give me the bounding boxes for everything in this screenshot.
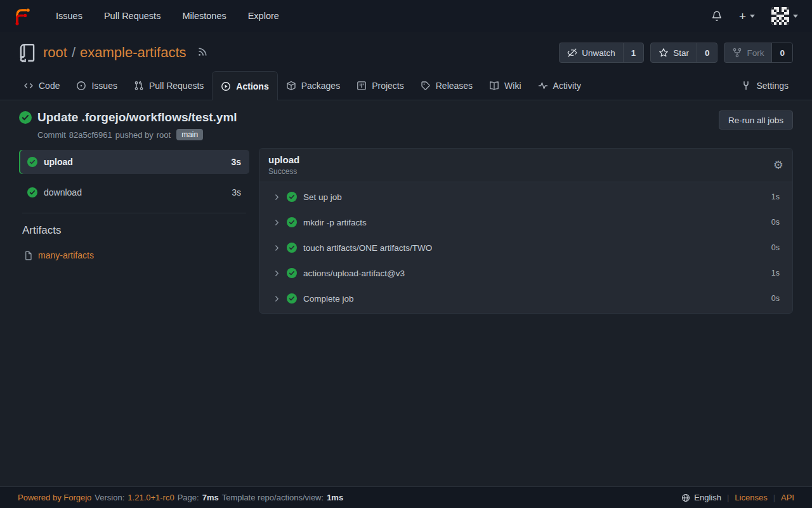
step-row-upload-artifact[interactable]: actions/upload-artifact@v3 1s [259,260,792,286]
stars-count[interactable]: 0 [697,43,717,62]
nav-link-pull-requests[interactable]: Pull Requests [93,0,171,32]
globe-icon [681,493,690,502]
step-duration: 0s [771,243,780,252]
repo-icon [19,43,36,62]
fork-label: Fork [747,48,764,58]
unwatch-label: Unwatch [582,48,615,58]
licenses-link[interactable]: Licenses [735,493,767,502]
project-board-icon [357,81,367,91]
unwatch-button[interactable]: Unwatch [560,43,623,62]
tab-code[interactable]: Code [15,71,68,100]
watch-button-group: Unwatch 1 [559,43,644,63]
rerun-all-jobs-button[interactable]: Re-run all jobs [719,110,793,130]
chevron-right-icon [273,295,280,302]
forgejo-logo-icon[interactable] [14,6,31,25]
issue-circle-icon [76,81,86,91]
rss-feed-icon[interactable] [197,47,207,57]
star-button[interactable]: Star [651,43,697,62]
fork-icon [732,48,742,58]
tab-issues[interactable]: Issues [68,71,125,100]
create-new-dropdown[interactable]: + [739,10,755,22]
nav-link-milestones[interactable]: Milestones [171,0,237,32]
tab-actions[interactable]: Actions [212,71,277,100]
tab-activity[interactable]: Activity [530,71,589,100]
commit-author-link[interactable]: root [157,130,171,140]
pull-request-icon [134,81,144,91]
success-check-icon [287,293,297,304]
pushed-by-label: pushed by [115,130,154,140]
breadcrumb-separator: / [72,44,75,61]
divider: | [773,493,775,502]
tab-releases[interactable]: Releases [412,71,481,100]
success-check-icon [287,268,297,278]
tab-packages[interactable]: Packages [278,71,348,100]
step-name: Complete job [303,294,354,304]
tab-projects[interactable]: Projects [348,71,412,100]
tab-settings[interactable]: Settings [733,71,797,100]
tag-icon [421,81,431,91]
powered-by-link[interactable]: Powered by Forgejo [18,493,91,502]
version-link[interactable]: 1.21.0+1-rc0 [128,493,174,502]
api-link[interactable]: API [781,493,794,502]
tab-label: Packages [301,81,340,91]
tab-label: Actions [236,81,268,91]
step-duration: 0s [771,218,780,227]
repo-name-link[interactable]: example-artifacts [80,44,187,61]
step-name: touch artifacts/ONE artifacts/TWO [303,243,432,253]
job-name: upload [44,157,73,167]
success-check-icon [27,157,37,167]
tab-label: Releases [436,81,473,91]
tab-label: Wiki [504,81,521,91]
chevron-down-icon [750,15,755,18]
step-row-complete[interactable]: Complete job 0s [259,286,792,311]
step-duration: 1s [771,269,780,277]
fork-button[interactable]: Fork [724,43,771,62]
job-detail-header: upload Success ⚙ [259,149,792,182]
repo-header: root / example-artifacts [0,32,812,100]
step-row-mkdir[interactable]: mkdir -p artifacts 0s [259,210,792,235]
watchers-count[interactable]: 1 [623,43,644,62]
eye-slash-icon [567,48,577,58]
tab-pull-requests[interactable]: Pull Requests [126,71,212,100]
gear-icon[interactable]: ⚙ [773,159,783,171]
language-label: English [694,493,721,502]
job-detail-panel: upload Success ⚙ Set up job 1s [259,148,793,314]
step-duration: 0s [771,294,780,303]
job-detail-name: upload [268,154,299,165]
commit-sha-link[interactable]: 82a5cf6961 [69,130,112,140]
run-title-block: Update .forgejo/workflows/test.yml Commi… [19,110,237,140]
artifact-item: many-artifacts [23,250,249,260]
job-item-upload[interactable]: upload 3s [19,150,249,174]
nav-link-explore[interactable]: Explore [237,0,290,32]
repo-owner-link[interactable]: root [43,44,67,61]
branch-badge[interactable]: main [176,129,203,140]
code-icon [23,81,34,91]
notifications-bell-icon[interactable] [711,10,723,22]
success-check-icon [19,111,32,124]
forks-count[interactable]: 0 [771,43,792,62]
tools-icon [741,81,751,91]
tab-label: Activity [553,81,581,91]
package-icon [286,81,296,91]
step-row-touch[interactable]: touch artifacts/ONE artifacts/TWO 0s [259,235,792,260]
artifacts-heading: Artifacts [22,224,249,237]
nav-link-issues[interactable]: Issues [45,0,93,32]
chevron-right-icon [273,219,280,226]
user-menu[interactable] [771,7,798,25]
chevron-down-icon [793,15,798,18]
tab-wiki[interactable]: Wiki [481,71,529,100]
repo-tabs: Code Issues Pull Requests Actions [0,71,812,100]
step-row-setup[interactable]: Set up job 1s [259,184,792,210]
tab-label: Code [39,81,60,91]
job-name: download [44,187,82,197]
star-button-group: Star 0 [650,43,717,63]
actions-run-view: Update .forgejo/workflows/test.yml Commi… [0,100,812,486]
success-check-icon [287,192,297,202]
job-item-download[interactable]: download 3s [19,180,249,204]
divider: | [727,493,729,502]
artifact-download-link[interactable]: many-artifacts [38,250,94,260]
job-duration: 3s [231,157,241,167]
tab-label: Pull Requests [149,81,204,91]
template-label: Template repo/actions/view: [222,493,324,502]
language-menu[interactable]: English [681,493,721,502]
